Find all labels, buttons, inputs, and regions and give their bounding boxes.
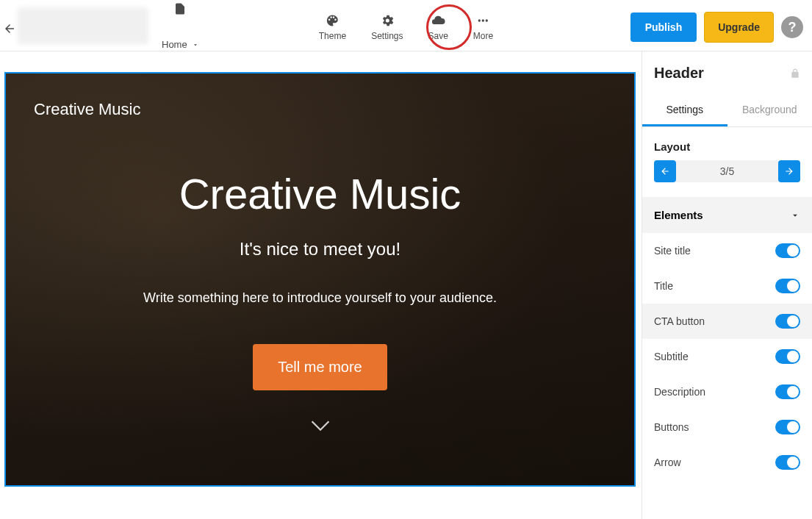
- palette-icon: [325, 13, 339, 28]
- element-row[interactable]: Arrow: [642, 445, 812, 480]
- upgrade-button[interactable]: Upgrade: [704, 12, 774, 43]
- element-row[interactable]: Description: [642, 374, 812, 409]
- element-toggle[interactable]: [775, 243, 800, 258]
- svg-point-2: [486, 19, 488, 21]
- main-area: Creative Music Creative Music It's nice …: [0, 51, 812, 519]
- element-toggle[interactable]: [775, 455, 800, 470]
- elements-header[interactable]: Elements: [642, 197, 812, 233]
- tab-background[interactable]: Background: [727, 95, 813, 126]
- svg-point-0: [478, 19, 481, 21]
- element-row[interactable]: Buttons: [642, 409, 812, 445]
- element-toggle[interactable]: [775, 314, 800, 329]
- element-label: Description: [654, 386, 705, 398]
- cta-button[interactable]: Tell me more: [253, 344, 387, 390]
- sidebar-tabs: Settings Background: [642, 95, 812, 127]
- lock-icon[interactable]: [790, 68, 800, 79]
- back-arrow-icon[interactable]: [3, 22, 16, 38]
- editor-canvas: Creative Music Creative Music It's nice …: [0, 51, 642, 519]
- sidebar-title: Header: [654, 65, 704, 82]
- help-icon[interactable]: ?: [781, 16, 803, 38]
- layout-label: Layout: [642, 127, 812, 160]
- more-label: More: [473, 31, 493, 41]
- actions-right: Publish Upgrade ?: [630, 12, 803, 43]
- layout-nav: 3/5: [642, 160, 812, 182]
- svg-point-1: [482, 19, 484, 21]
- element-label: Subtitle: [654, 351, 689, 362]
- top-toolbar: Home Theme Settings Save More Publish Up…: [0, 0, 812, 51]
- arrow-down-icon[interactable]: [310, 420, 331, 432]
- home-dropdown[interactable]: Home: [162, 1, 199, 50]
- logo-placeholder: [18, 7, 148, 44]
- layout-counter: 3/5: [676, 160, 778, 182]
- file-icon: [173, 1, 187, 17]
- more-icon: [476, 13, 491, 28]
- theme-label: Theme: [319, 31, 346, 41]
- element-row[interactable]: CTA button: [642, 304, 812, 339]
- site-title[interactable]: Creative Music: [34, 100, 140, 119]
- element-toggle[interactable]: [775, 384, 800, 399]
- chevron-down-icon: [790, 210, 800, 221]
- layout-prev-button[interactable]: [654, 160, 676, 182]
- element-label: CTA button: [654, 315, 705, 327]
- more-button[interactable]: More: [473, 13, 493, 41]
- layout-next-button[interactable]: [778, 160, 800, 182]
- element-row[interactable]: Subtitle: [642, 339, 812, 374]
- hero-subtitle[interactable]: It's nice to meet you!: [240, 239, 400, 260]
- element-label: Site title: [654, 245, 691, 257]
- header-section[interactable]: Creative Music Creative Music It's nice …: [4, 72, 636, 487]
- element-label: Buttons: [654, 421, 689, 433]
- element-toggle[interactable]: [775, 420, 800, 434]
- hero-description[interactable]: Write something here to introduce yourse…: [143, 287, 497, 309]
- elements-list: Site titleTitleCTA buttonSubtitleDescrip…: [642, 233, 812, 480]
- element-toggle[interactable]: [775, 349, 800, 364]
- save-highlight-circle: [426, 4, 472, 50]
- settings-button[interactable]: Settings: [371, 13, 403, 41]
- settings-label: Settings: [371, 31, 403, 41]
- element-row[interactable]: Site title: [642, 233, 812, 268]
- home-label: Home: [162, 39, 187, 50]
- element-toggle[interactable]: [775, 279, 800, 293]
- element-label: Arrow: [654, 457, 681, 468]
- gear-icon: [380, 13, 395, 28]
- element-label: Title: [654, 280, 673, 292]
- theme-button[interactable]: Theme: [319, 13, 346, 41]
- element-row[interactable]: Title: [642, 268, 812, 304]
- properties-sidebar: Header Settings Background Layout 3/5 El…: [642, 51, 812, 519]
- hero-title[interactable]: Creative Music: [179, 169, 461, 218]
- elements-label: Elements: [654, 209, 703, 221]
- tab-settings[interactable]: Settings: [642, 95, 727, 126]
- publish-button[interactable]: Publish: [630, 12, 697, 42]
- chevron-down-icon: [192, 41, 199, 49]
